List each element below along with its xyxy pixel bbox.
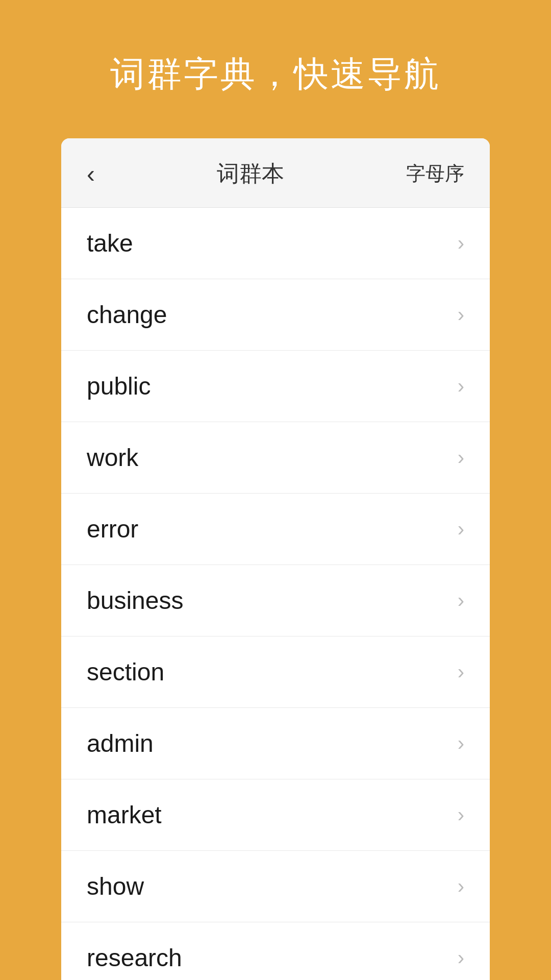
sort-label[interactable]: 字母序 <box>406 161 464 187</box>
word-list-card: ‹ 词群本 字母序 take›change›public›work›error›… <box>61 138 490 980</box>
back-button[interactable]: ‹ <box>87 162 95 186</box>
word-label: work <box>87 444 138 472</box>
chevron-right-icon: › <box>458 660 464 683</box>
word-label: market <box>87 801 162 829</box>
list-item[interactable]: public› <box>61 351 490 422</box>
list-item[interactable]: error› <box>61 494 490 565</box>
chevron-right-icon: › <box>458 803 464 826</box>
chevron-right-icon: › <box>458 589 464 612</box>
word-label: research <box>87 944 182 972</box>
list-item[interactable]: change› <box>61 279 490 351</box>
word-label: error <box>87 515 138 543</box>
word-label: section <box>87 658 164 686</box>
chevron-right-icon: › <box>458 303 464 326</box>
list-item[interactable]: section› <box>61 636 490 708</box>
card-header-title: 词群本 <box>217 159 284 189</box>
word-label: business <box>87 586 183 615</box>
word-label: take <box>87 229 133 257</box>
list-item[interactable]: work› <box>61 422 490 494</box>
word-label: change <box>87 301 167 329</box>
chevron-right-icon: › <box>458 518 464 541</box>
chevron-right-icon: › <box>458 875 464 898</box>
chevron-right-icon: › <box>458 232 464 255</box>
list-item[interactable]: research› <box>61 922 490 980</box>
word-label: show <box>87 872 144 900</box>
list-item[interactable]: market› <box>61 779 490 851</box>
list-item[interactable]: take› <box>61 208 490 279</box>
word-list: take›change›public›work›error›business›s… <box>61 208 490 980</box>
chevron-right-icon: › <box>458 732 464 755</box>
chevron-right-icon: › <box>458 446 464 469</box>
list-item[interactable]: business› <box>61 565 490 636</box>
chevron-right-icon: › <box>458 375 464 398</box>
list-item[interactable]: show› <box>61 851 490 922</box>
word-label: admin <box>87 729 154 757</box>
chevron-right-icon: › <box>458 946 464 969</box>
list-item[interactable]: admin› <box>61 708 490 779</box>
word-label: public <box>87 372 151 400</box>
card-header: ‹ 词群本 字母序 <box>61 138 490 208</box>
page-title: 词群字典，快速导航 <box>110 51 441 97</box>
